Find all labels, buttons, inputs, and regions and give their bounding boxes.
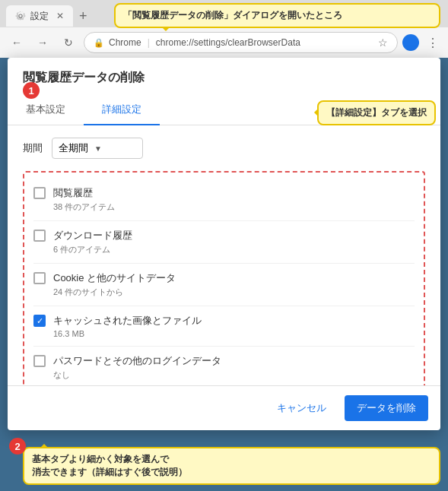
period-row: 期間 全期間 ▼	[23, 138, 425, 159]
list-item: キャッシュされた画像とファイル 16.3 MB	[33, 306, 415, 347]
tab-basic-settings[interactable]: 基本設定	[8, 95, 84, 125]
checkbox-sub: 16.3 MB	[53, 329, 202, 338]
list-item: パスワードとその他のログインデータ なし	[33, 347, 415, 385]
dialog-footer: キャンセル データを削除	[8, 385, 440, 430]
checkbox-sub: 38 件のアイテム	[53, 201, 115, 213]
step-2-badge: 2	[9, 438, 26, 455]
checkbox-download-history-text: ダウンロード履歴 6 件のアイテム	[53, 229, 132, 255]
chrome-menu-button[interactable]: ⋮	[424, 33, 442, 53]
checkbox-label: キャッシュされた画像とファイル	[53, 314, 202, 328]
step-1-badge: 1	[23, 82, 40, 99]
list-item: 閲覧履歴 38 件のアイテム	[33, 179, 415, 221]
lock-icon: 🔒	[94, 38, 104, 48]
checkbox-passwords[interactable]	[33, 355, 46, 367]
address-url: chrome://settings/clearBrowserData	[156, 37, 300, 48]
balloon-bottom-text: 基本タブより細かく対象を選んで消去できます（詳細はすぐ後で説明）	[32, 454, 187, 477]
annotation-balloon-tab: 【詳細設定】タブを選択	[317, 100, 436, 125]
annotation-balloon-bottom: 基本タブより細かく対象を選んで消去できます（詳細はすぐ後で説明）	[23, 447, 440, 485]
address-chrome-label: Chrome	[109, 37, 141, 48]
checkbox-sub: 6 件のアイテム	[53, 244, 132, 255]
bookmark-icon[interactable]: ☆	[378, 36, 388, 49]
checkbox-label: 閲覧履歴	[53, 186, 115, 200]
forward-button[interactable]: →	[32, 32, 53, 53]
list-item: ダウンロード履歴 6 件のアイテム	[33, 221, 415, 264]
checkbox-sub: 24 件のサイトから	[53, 287, 176, 298]
dialog-title: 閲覧履歴データの削除	[8, 58, 440, 86]
tab-advanced-settings[interactable]: 詳細設定	[84, 95, 160, 125]
tab-title: 設定	[30, 10, 49, 23]
annotation-balloon-top: 「閲覧履歴データの削除」ダイアログを開いたところ	[114, 3, 440, 28]
address-bar[interactable]: 🔒 Chrome | chrome://settings/clearBrowse…	[84, 32, 398, 53]
list-item: Cookie と他のサイトデータ 24 件のサイトから	[33, 264, 415, 306]
checkbox-label: Cookie と他のサイトデータ	[53, 271, 176, 285]
period-dropdown-icon: ▼	[94, 144, 102, 153]
profile-avatar[interactable]	[402, 34, 419, 51]
tab-close-button[interactable]: ✕	[56, 11, 64, 21]
settings-tab[interactable]: 設定 ✕	[6, 5, 73, 27]
period-label: 期間	[23, 141, 43, 155]
address-separator: |	[148, 37, 150, 48]
period-value: 全期間	[59, 141, 88, 155]
new-tab-button[interactable]: +	[73, 7, 94, 26]
checkbox-label: ダウンロード履歴	[53, 229, 132, 242]
checkbox-sub: なし	[53, 369, 221, 381]
checkbox-browsing-history[interactable]	[33, 187, 46, 199]
period-select[interactable]: 全期間 ▼	[52, 138, 143, 159]
delete-data-button[interactable]: データを削除	[345, 395, 428, 421]
checkbox-download-history[interactable]	[33, 230, 46, 242]
dialog-body: 期間 全期間 ▼ 閲覧履歴 38 件のアイテム ダウンロード履歴 6	[8, 125, 440, 385]
checkbox-cache-text: キャッシュされた画像とファイル 16.3 MB	[53, 314, 202, 338]
cancel-button[interactable]: キャンセル	[265, 395, 338, 421]
checkbox-cookies-text: Cookie と他のサイトデータ 24 件のサイトから	[53, 271, 176, 298]
checkbox-cookies[interactable]	[33, 272, 46, 284]
checkbox-label: パスワードとその他のログインデータ	[53, 354, 221, 368]
refresh-button[interactable]: ↻	[58, 32, 79, 53]
gear-icon	[15, 11, 26, 21]
checkbox-cache[interactable]	[33, 315, 46, 327]
back-button[interactable]: ←	[6, 32, 27, 53]
toolbar: ← → ↻ 🔒 Chrome | chrome://settings/clear…	[0, 27, 448, 58]
checkbox-browsing-history-text: 閲覧履歴 38 件のアイテム	[53, 186, 115, 213]
checkbox-passwords-text: パスワードとその他のログインデータ なし	[53, 354, 221, 381]
checkboxes-container: 閲覧履歴 38 件のアイテム ダウンロード履歴 6 件のアイテム Cookie …	[23, 171, 425, 385]
